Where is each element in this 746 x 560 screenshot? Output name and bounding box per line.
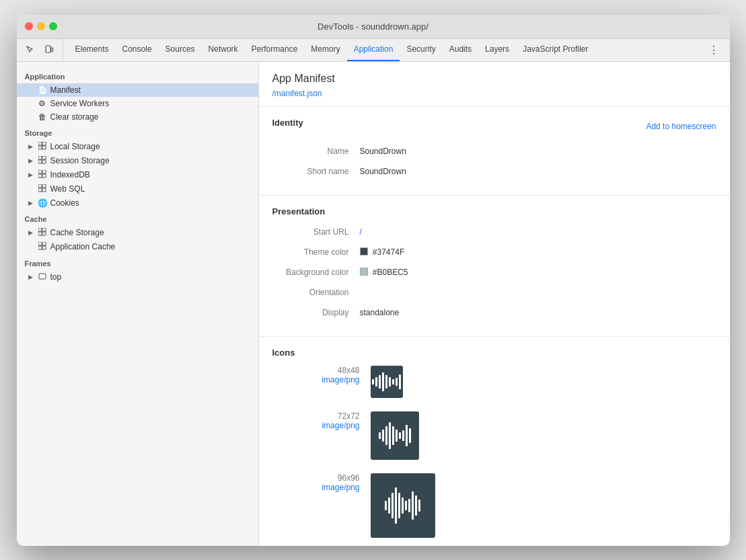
arrow-icon (28, 87, 34, 93)
sidebar-section-cache: Cache (17, 210, 258, 226)
sidebar-item-top-frame[interactable]: ▶ top (17, 270, 258, 284)
svg-rect-10 (38, 170, 42, 173)
arrow-icon: ▶ (28, 274, 34, 280)
svg-rect-11 (42, 170, 46, 173)
device-icon[interactable] (41, 42, 57, 58)
panel-header: App Manifest /manifest.json (259, 62, 730, 107)
icon-type-72: image/png (272, 421, 360, 430)
soundwave-72 (376, 419, 414, 452)
devtools-window: DevTools - sounddrown.app/ Elements Cons… (17, 15, 730, 546)
presentation-section: Presentation Start URL / Theme color #37… (259, 196, 730, 337)
svg-rect-16 (38, 188, 42, 192)
svg-rect-5 (42, 146, 46, 149)
manifest-link[interactable]: /manifest.json (272, 89, 322, 98)
tab-memory[interactable]: Memory (304, 39, 346, 61)
svg-rect-6 (38, 156, 42, 159)
icon-size-48: 48x48 (272, 366, 360, 375)
tab-performance[interactable]: Performance (245, 39, 305, 61)
svg-rect-26 (39, 274, 46, 279)
arrow-icon: ▶ (28, 143, 34, 150)
tab-console[interactable]: Console (116, 39, 159, 61)
session-storage-icon (38, 156, 47, 166)
tab-javascript-profiler[interactable]: JavaScript Profiler (516, 39, 595, 61)
add-homescreen-button[interactable]: Add to homescreen (646, 122, 716, 131)
sidebar-item-application-cache[interactable]: Application Cache (17, 240, 258, 254)
field-label-orientation: Orientation (272, 288, 360, 297)
field-value-theme-color: #37474F (360, 247, 405, 257)
svg-rect-18 (38, 228, 42, 231)
sidebar-section-frames: Frames (17, 254, 258, 270)
manifest-icon: 📄 (38, 85, 47, 95)
icons-section: Icons 48x48 image/png (259, 337, 730, 546)
frame-icon (38, 272, 47, 282)
sidebar-item-clear-storage[interactable]: 🗑 Clear storage (17, 110, 258, 124)
field-value-start-url[interactable]: / (360, 227, 362, 237)
identity-title: Identity (272, 118, 303, 128)
sidebar-item-indexeddb[interactable]: ▶ IndexedDB (17, 168, 258, 182)
field-value-name: SoundDrown (360, 147, 406, 156)
field-row-start-url: Start URL / (272, 225, 716, 239)
cookies-icon: 🌐 (38, 198, 47, 208)
tab-security[interactable]: Security (400, 39, 442, 61)
field-label-short-name: Short name (272, 167, 360, 176)
identity-title-row: Identity Add to homescreen (272, 118, 716, 136)
more-tabs-button[interactable]: ⋮ (703, 39, 724, 61)
icon-type-96: image/png (272, 483, 360, 492)
cache-storage-icon (38, 228, 47, 238)
toolbar-icons (22, 39, 63, 61)
main-content: Application 📄 Manifest ⚙ Service Workers… (17, 62, 730, 546)
sidebar-section-application: Application (17, 67, 258, 83)
sidebar-item-web-sql[interactable]: Web SQL (17, 182, 258, 196)
field-label-name: Name (272, 147, 360, 156)
field-row-short-name: Short name SoundDrown (272, 164, 716, 179)
field-label-bg-color: Background color (272, 268, 360, 277)
svg-rect-13 (42, 174, 46, 177)
tab-sources[interactable]: Sources (159, 39, 202, 61)
close-button[interactable] (25, 22, 33, 30)
sidebar-item-local-storage[interactable]: ▶ Local Storage (17, 140, 258, 154)
theme-color-swatch (360, 247, 368, 255)
inspect-icon[interactable] (22, 42, 38, 58)
sidebar-item-session-storage[interactable]: ▶ Session Storage (17, 154, 258, 168)
sidebar-item-cache-storage[interactable]: ▶ Cache Storage (17, 226, 258, 240)
svg-rect-23 (42, 242, 46, 245)
service-workers-icon: ⚙ (38, 99, 47, 108)
svg-rect-17 (42, 188, 46, 192)
svg-rect-7 (42, 156, 46, 159)
sidebar-item-manifest[interactable]: 📄 Manifest (17, 83, 258, 97)
icon-size-96: 96x96 (272, 473, 360, 483)
svg-rect-14 (38, 184, 42, 188)
svg-rect-3 (42, 142, 46, 145)
icon-size-72: 72x72 (272, 411, 360, 421)
minimize-button[interactable] (37, 22, 45, 30)
arrow-icon: ▶ (28, 200, 34, 206)
icon-preview-96 (371, 473, 435, 538)
field-label-start-url: Start URL (272, 227, 360, 237)
panel-title: App Manifest (272, 73, 716, 85)
toolbar: Elements Console Sources Network Perform… (17, 39, 730, 62)
sidebar-item-cookies[interactable]: ▶ 🌐 Cookies (17, 196, 258, 210)
svg-rect-12 (38, 174, 42, 177)
tab-elements[interactable]: Elements (69, 39, 116, 61)
application-cache-icon (38, 242, 47, 252)
identity-section: Identity Add to homescreen Name SoundDro… (259, 107, 730, 196)
tab-network[interactable]: Network (202, 39, 245, 61)
sidebar-item-service-workers[interactable]: ⚙ Service Workers (17, 97, 258, 110)
tab-layers[interactable]: Layers (478, 39, 516, 61)
svg-rect-25 (42, 246, 46, 249)
field-label-theme-color: Theme color (272, 247, 360, 257)
soundwave-96 (382, 485, 423, 526)
tab-application[interactable]: Application (347, 39, 400, 61)
icon-preview-48 (371, 366, 403, 398)
svg-rect-1 (51, 48, 53, 52)
maximize-button[interactable] (49, 22, 57, 30)
svg-rect-21 (42, 232, 46, 235)
arrow-icon: ▶ (28, 229, 34, 236)
presentation-title: Presentation (272, 206, 716, 216)
icon-type-48: image/png (272, 375, 360, 385)
icon-row-48: 48x48 image/png (272, 366, 716, 398)
traffic-lights (25, 22, 57, 30)
svg-rect-15 (42, 184, 46, 188)
icon-row-96: 96x96 image/png (272, 473, 716, 538)
tab-audits[interactable]: Audits (443, 39, 478, 61)
